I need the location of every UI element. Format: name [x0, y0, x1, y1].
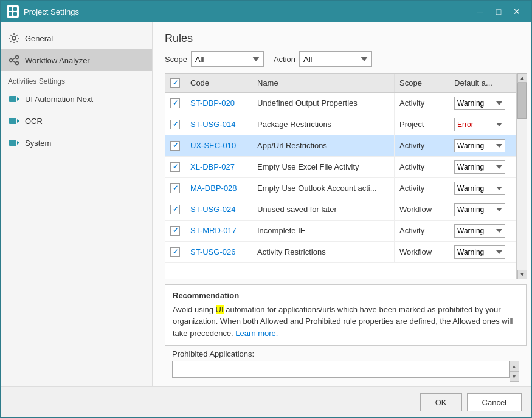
main-content: Rules Scope All Activity Project Workflo… — [153, 22, 531, 386]
scrollbar-thumb[interactable] — [517, 83, 527, 119]
row-name: Incomplete IF — [252, 220, 395, 241]
default-select-wrap: Warning Error Info — [454, 118, 511, 131]
row-checkbox[interactable] — [170, 120, 180, 129]
prohibited-scroll-up[interactable]: ▲ — [510, 361, 519, 371]
default-select-wrap: Warning Error Info — [454, 224, 511, 238]
code-link[interactable]: UX-SEC-010 — [190, 141, 236, 150]
row-default: Warning Error Info — [449, 156, 516, 177]
default-select-wrap: Warning Error Info — [454, 160, 511, 174]
row-scope: Activity — [395, 92, 449, 114]
prohibited-input[interactable] — [172, 361, 510, 378]
code-link[interactable]: ST-MRD-017 — [190, 226, 237, 235]
row-default: Warning Error Info — [449, 199, 516, 220]
default-action-select[interactable]: Warning Error Info — [454, 160, 505, 174]
action-filter-group: Action All Warning Error Info — [274, 51, 372, 67]
row-scope: Activity — [395, 220, 449, 241]
row-name: Undefined Output Properties — [252, 92, 395, 114]
default-select-wrap: Warning Error Info — [454, 245, 511, 259]
scrollbar-thumb-area — [517, 83, 527, 270]
minimize-button[interactable]: ─ — [472, 3, 489, 20]
system-icon — [8, 137, 20, 149]
table-row[interactable]: ST-DBP-020Undefined Output PropertiesAct… — [165, 92, 516, 114]
header-code: Code — [185, 74, 252, 92]
cancel-button[interactable]: Cancel — [467, 393, 522, 411]
code-link[interactable]: ST-USG-014 — [190, 120, 235, 129]
scope-filter-select[interactable]: All Activity Project Workflow — [191, 51, 264, 67]
prohibited-input-wrap: ▲ ▼ — [172, 361, 519, 382]
sidebar-item-workflow-analyzer[interactable]: Workflow Analyzer — [1, 49, 152, 71]
ocr-icon — [8, 115, 20, 127]
sidebar-item-ui-automation[interactable]: UI Automation Next — [1, 88, 152, 110]
row-default: Warning Error Info — [449, 177, 516, 199]
table-row[interactable]: UX-SEC-010App/Url RestrictionsActivity W… — [165, 135, 516, 156]
header-scope: Scope — [395, 74, 449, 92]
svg-marker-11 — [17, 97, 19, 101]
filters-bar: Scope All Activity Project Workflow Acti… — [153, 51, 531, 73]
window-title: Project Settings — [24, 7, 472, 16]
row-name: Empty Use Excel File Activity — [252, 156, 395, 177]
code-link[interactable]: ST-DBP-020 — [190, 98, 235, 108]
table-row[interactable]: ST-USG-024Unused saved for laterWorkflow… — [165, 199, 516, 220]
ok-button[interactable]: OK — [420, 393, 462, 411]
rules-table-body: ST-DBP-020Undefined Output PropertiesAct… — [165, 92, 516, 262]
row-default: Warning Error Info — [449, 135, 516, 156]
table-row[interactable]: ST-MRD-017Incomplete IFActivity Warning … — [165, 220, 516, 241]
table-row[interactable]: MA-DBP-028Empty Use Outlook Account acti… — [165, 177, 516, 199]
header-name: Name — [252, 74, 395, 92]
row-checkbox[interactable] — [170, 162, 180, 172]
prohibited-scroll-down[interactable]: ▼ — [510, 371, 519, 381]
sidebar-item-general[interactable]: General — [1, 27, 152, 49]
default-select-wrap: Warning Error Info — [454, 182, 511, 195]
svg-rect-1 — [13, 7, 17, 11]
row-checkbox[interactable] — [170, 226, 180, 236]
action-filter-select[interactable]: All Warning Error Info — [299, 51, 372, 67]
svg-marker-15 — [17, 141, 19, 145]
svg-rect-0 — [9, 7, 12, 11]
default-action-select[interactable]: Warning Error Info — [454, 224, 505, 238]
sidebar-item-system[interactable]: System — [1, 132, 152, 154]
table-wrapper[interactable]: Code Name Scope Default a... ST-DBP-020U… — [165, 73, 517, 279]
project-settings-window: Project Settings ─ □ ✕ General — [0, 0, 532, 418]
default-action-select[interactable]: Warning Error Info — [454, 203, 505, 216]
row-default: Warning Error Info — [449, 220, 516, 241]
row-checkbox[interactable] — [170, 183, 180, 193]
svg-marker-13 — [17, 119, 19, 123]
maximize-button[interactable]: □ — [490, 3, 507, 20]
default-action-select[interactable]: Warning Error Info — [454, 118, 505, 131]
code-link[interactable]: XL-DBP-027 — [190, 162, 235, 171]
scrollbar-up-btn[interactable]: ▲ — [517, 73, 527, 83]
row-checkbox[interactable] — [170, 205, 180, 214]
svg-rect-12 — [9, 118, 16, 124]
code-link[interactable]: MA-DBP-028 — [190, 183, 237, 193]
ocr-label: OCR — [25, 117, 43, 126]
table-row[interactable]: ST-USG-014Package RestrictionsProject Wa… — [165, 114, 516, 135]
svg-rect-14 — [9, 140, 16, 146]
row-checkbox[interactable] — [170, 98, 180, 108]
select-all-checkbox[interactable] — [170, 78, 180, 88]
default-action-select[interactable]: Warning Error Info — [454, 245, 505, 259]
row-default: Warning Error Info — [449, 92, 516, 114]
table-row[interactable]: XL-DBP-027Empty Use Excel File ActivityA… — [165, 156, 516, 177]
row-checkbox[interactable] — [170, 141, 180, 151]
row-scope: Activity — [395, 135, 449, 156]
workflow-analyzer-icon — [8, 54, 20, 66]
ui-automation-label: UI Automation Next — [25, 95, 93, 104]
learn-more-link[interactable]: Learn more. — [235, 329, 278, 338]
row-default: Warning Error Info — [449, 241, 516, 262]
code-link[interactable]: ST-USG-026 — [190, 247, 235, 256]
row-name: Activity Restrictions — [252, 241, 395, 262]
default-action-select[interactable]: Warning Error Info — [454, 139, 505, 152]
sidebar-item-ocr[interactable]: OCR — [1, 110, 152, 132]
row-scope: Activity — [395, 177, 449, 199]
scrollbar-down-btn[interactable]: ▼ — [517, 270, 527, 279]
row-checkbox[interactable] — [170, 247, 180, 257]
gear-icon — [8, 32, 20, 44]
svg-line-9 — [13, 61, 16, 63]
default-action-select[interactable]: Warning Error Info — [454, 182, 505, 195]
default-action-select[interactable]: Warning Error Info — [454, 97, 505, 110]
code-link[interactable]: ST-USG-024 — [190, 205, 235, 214]
table-row[interactable]: ST-USG-026Activity RestrictionsWorkflow … — [165, 241, 516, 262]
close-button[interactable]: ✕ — [508, 3, 525, 20]
rules-table-container: Code Name Scope Default a... ST-DBP-020U… — [165, 73, 527, 279]
row-scope: Workflow — [395, 199, 449, 220]
